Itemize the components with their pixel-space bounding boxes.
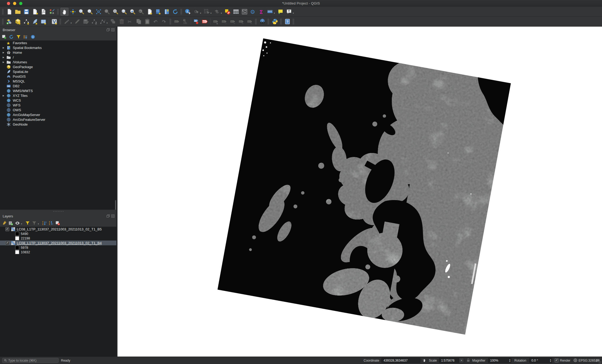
metasearch-button[interactable] [258,18,266,26]
panel-splitter[interactable] [0,210,116,213]
browser-item-favorites[interactable]: ★Favorites [0,40,116,45]
zoom-native-button[interactable]: 1:1 [120,8,128,16]
coordinate-input[interactable]: 439328,3634637 [381,358,420,363]
browser-item-spatial-bookmarks[interactable]: ▶Spatial Bookmarks [0,45,116,50]
layer-labeling-button[interactable] [173,18,181,26]
dropdown-arrow[interactable]: ▾ [21,223,23,225]
browser-item-home[interactable]: ▶Home [0,50,116,55]
browser-item-arcgis-map-server[interactable]: ArcGisMapServer [0,112,116,117]
magnifier-input[interactable]: 100% ▲▼ [488,358,511,363]
scale-combobox[interactable]: 1:575676▾ [439,358,464,363]
extents-toggle-icon[interactable] [422,358,426,362]
properties-widget-icon[interactable] [30,34,35,39]
toolbar-drag-handle[interactable] [255,19,257,24]
rotate-label-button[interactable]: ↻ [237,18,245,26]
data-source-manager-button[interactable] [5,18,13,26]
paste-features-button[interactable] [143,18,151,26]
refresh-map-button[interactable] [171,8,179,16]
zoom-full-button[interactable] [95,8,103,16]
browser-item-volumes[interactable]: ▶/Volumes [0,60,116,64]
rotation-input[interactable]: 0.0 ° ▲▼ [529,358,552,363]
show-layout-manager-button[interactable] [39,8,47,16]
new-temporary-scratch-layer-button[interactable]: ★ [39,18,47,26]
save-project-button[interactable] [22,8,30,16]
layer-row-b4-selected[interactable]: ✓ LC08_L1TP_113037_20211003_20211013_02_… [0,241,116,245]
select-by-value-button[interactable] [213,8,221,16]
remove-layer-icon[interactable] [55,221,60,226]
text-annotation-button[interactable]: T [285,8,293,16]
vertex-tool-button[interactable] [99,18,107,26]
browser-scrollbar[interactable] [115,200,116,210]
offset-label-button[interactable]: → [229,18,237,26]
toolbar-drag-handle[interactable] [292,19,294,24]
toolbar-drag-handle[interactable] [59,19,61,24]
dropdown-arrow[interactable]: ▾ [71,22,73,24]
zoom-to-layer-button[interactable] [112,8,120,16]
zoom-next-button[interactable]: ▶ [137,8,145,16]
locator-search-input[interactable]: Type to locate (⌘K) [2,358,59,363]
browser-item-wfs[interactable]: WFS [0,103,116,107]
dropdown-arrow[interactable]: ▾ [38,223,40,225]
filter-expression-icon[interactable] [32,221,37,226]
float-panel-icon[interactable] [106,214,110,218]
toolbar-drag-handle[interactable] [2,9,4,15]
browser-item-postgis[interactable]: PostGIS [0,74,116,79]
add-selected-layers-icon[interactable] [2,34,7,39]
processing-toolbox-button[interactable]: ⚙ [249,8,257,16]
new-map-view-button[interactable]: ★ [146,8,154,16]
float-panel-icon[interactable] [106,28,110,32]
layer-styling-icon[interactable] [2,221,7,226]
help-button[interactable] [283,18,291,26]
add-group-icon[interactable] [8,221,13,226]
toolbar-drag-handle[interactable] [180,9,182,15]
toolbar-drag-handle[interactable] [2,19,4,24]
crs-globe-icon[interactable] [573,358,577,362]
modify-attributes-button[interactable] [109,18,117,26]
copy-features-button[interactable] [135,18,143,26]
crs-status[interactable]: EPSG:32652 [579,359,597,362]
refresh-browser-icon[interactable] [9,34,14,39]
run-feature-action-button[interactable]: ⚙ [192,8,200,16]
current-edits-button[interactable] [63,18,71,26]
zoom-last-button[interactable]: ◀ [129,8,137,16]
expand-all-icon[interactable] [42,221,47,226]
filter-browser-icon[interactable] [16,34,21,39]
dropdown-arrow[interactable]: ▾ [210,12,213,14]
move-label-button[interactable]: ○ [220,18,228,26]
zoom-in-button[interactable]: + [78,8,86,16]
browser-item-wms[interactable]: WMS/WMTS [0,88,116,93]
show-hide-labels-button[interactable]: ● [212,18,220,26]
change-label-button[interactable]: ✎ [246,18,254,26]
toolbar-drag-handle[interactable] [169,19,171,24]
render-checkbox[interactable]: ✓ [555,358,559,362]
map-canvas[interactable] [117,27,602,357]
field-calculator-button[interactable] [241,8,249,16]
open-attribute-table-button[interactable] [232,8,240,16]
browser-item-geonode[interactable]: GeoNode [0,122,116,127]
filter-legend-icon[interactable] [25,221,30,226]
delete-selected-button[interactable] [118,18,126,26]
layer-diagram-button[interactable] [181,18,189,26]
layer-row-b5[interactable]: ✓ LC08_L1TP_113037_20211003_20211013_02_… [0,227,116,231]
spatial-bookmarks-button[interactable] [163,8,171,16]
resize-grip[interactable] [599,361,601,364]
new-virtual-layer-button[interactable]: ★ [50,18,58,26]
redo-button[interactable]: ↷ [160,18,168,26]
scale-lock-icon[interactable] [466,358,470,362]
browser-item-arcgis-feature-server[interactable]: ArcGisFeatureServer [0,117,116,122]
new-geopackage-layer-button[interactable]: ★ [14,18,22,26]
magnifier-spinner[interactable]: ▲▼ [509,358,510,362]
map-tips-button[interactable] [276,8,284,16]
new-project-button[interactable] [5,8,13,16]
zoom-to-selection-button[interactable] [103,8,111,16]
add-feature-button[interactable]: ★ [90,18,98,26]
browser-item-mssql[interactable]: MSSQL [0,79,116,84]
browser-item-root[interactable]: ▶/ [0,55,116,60]
new-shapefile-layer-button[interactable]: ★ [22,18,30,26]
browser-item-spatialite[interactable]: SpatiaLite [0,69,116,74]
python-console-button[interactable] [271,18,279,26]
identify-features-button[interactable] [184,8,192,16]
browser-item-wcs[interactable]: WCS [0,98,116,103]
collapse-all-icon[interactable] [23,34,28,39]
dropdown-arrow[interactable]: ▾ [274,12,276,14]
